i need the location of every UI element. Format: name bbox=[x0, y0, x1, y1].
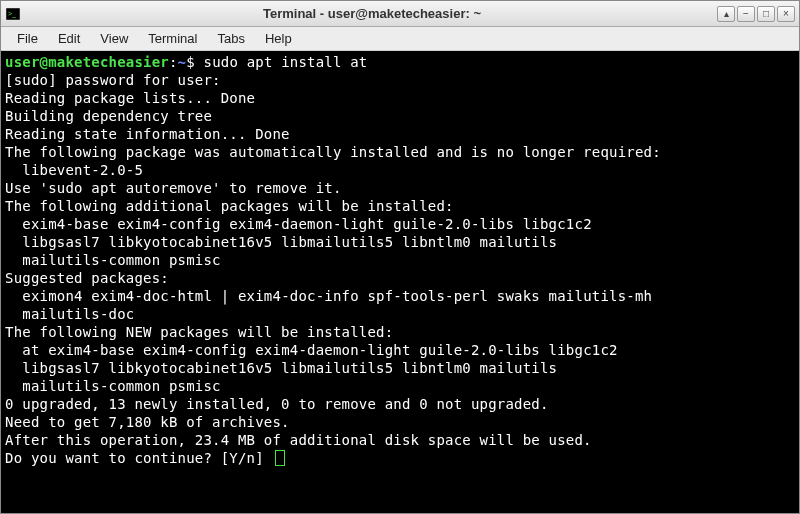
output-line: libgsasl7 libkyotocabinet16v5 libmailuti… bbox=[5, 233, 795, 251]
output-line: 0 upgraded, 13 newly installed, 0 to rem… bbox=[5, 395, 795, 413]
window-up-button[interactable]: ▴ bbox=[717, 6, 735, 22]
output-line: mailutils-common psmisc bbox=[5, 251, 795, 269]
output-line: The following NEW packages will be insta… bbox=[5, 323, 795, 341]
terminal-icon: >_ bbox=[5, 6, 21, 22]
output-line: Reading state information... Done bbox=[5, 125, 795, 143]
output-line: exim4-base exim4-config exim4-daemon-lig… bbox=[5, 215, 795, 233]
menu-help[interactable]: Help bbox=[255, 29, 302, 48]
prompt-line: user@maketecheasier:~$ sudo apt install … bbox=[5, 53, 795, 71]
maximize-button[interactable]: □ bbox=[757, 6, 775, 22]
output-line: Need to get 7,180 kB of archives. bbox=[5, 413, 795, 431]
output-line: [sudo] password for user: bbox=[5, 71, 795, 89]
menu-file[interactable]: File bbox=[7, 29, 48, 48]
prompt-symbol: $ bbox=[186, 54, 203, 70]
output-line: mailutils-common psmisc bbox=[5, 377, 795, 395]
output-line: Reading package lists... Done bbox=[5, 89, 795, 107]
output-line: Building dependency tree bbox=[5, 107, 795, 125]
output-line: libevent-2.0-5 bbox=[5, 161, 795, 179]
window-controls: ▴ − □ × bbox=[717, 6, 795, 22]
prompt-separator: : bbox=[169, 54, 178, 70]
menu-terminal[interactable]: Terminal bbox=[138, 29, 207, 48]
output-line: The following additional packages will b… bbox=[5, 197, 795, 215]
output-line: mailutils-doc bbox=[5, 305, 795, 323]
window-title: Terminal - user@maketecheasier: ~ bbox=[27, 6, 717, 21]
menubar: File Edit View Terminal Tabs Help bbox=[1, 27, 799, 51]
output-line: After this operation, 23.4 MB of additio… bbox=[5, 431, 795, 449]
output-line: at exim4-base exim4-config exim4-daemon-… bbox=[5, 341, 795, 359]
svg-text:>_: >_ bbox=[8, 10, 16, 18]
output-line: Do you want to continue? [Y/n] bbox=[5, 449, 795, 467]
output-line: eximon4 exim4-doc-html | exim4-doc-info … bbox=[5, 287, 795, 305]
menu-view[interactable]: View bbox=[90, 29, 138, 48]
terminal-window: >_ Terminal - user@maketecheasier: ~ ▴ −… bbox=[0, 0, 800, 514]
prompt-user-host: user@maketecheasier bbox=[5, 54, 169, 70]
prompt-path: ~ bbox=[178, 54, 187, 70]
menu-tabs[interactable]: Tabs bbox=[207, 29, 254, 48]
titlebar: >_ Terminal - user@maketecheasier: ~ ▴ −… bbox=[1, 1, 799, 27]
menu-edit[interactable]: Edit bbox=[48, 29, 90, 48]
output-line: The following package was automatically … bbox=[5, 143, 795, 161]
minimize-button[interactable]: − bbox=[737, 6, 755, 22]
output-line: Suggested packages: bbox=[5, 269, 795, 287]
close-button[interactable]: × bbox=[777, 6, 795, 22]
output-line: libgsasl7 libkyotocabinet16v5 libmailuti… bbox=[5, 359, 795, 377]
prompt-command: sudo apt install at bbox=[204, 54, 368, 70]
output-line: Use 'sudo apt autoremove' to remove it. bbox=[5, 179, 795, 197]
terminal-output[interactable]: user@maketecheasier:~$ sudo apt install … bbox=[1, 51, 799, 513]
cursor bbox=[275, 450, 285, 466]
